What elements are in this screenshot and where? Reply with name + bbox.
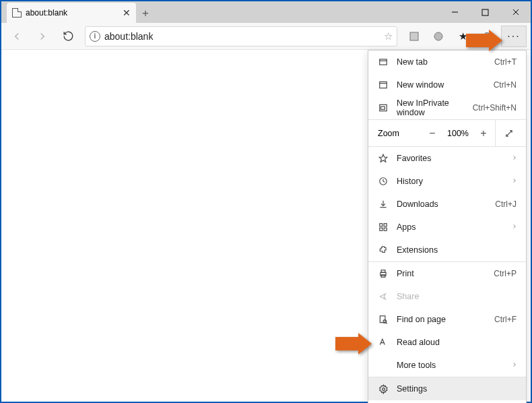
svg-line-27: [386, 323, 387, 324]
menu-label: Apps: [397, 222, 517, 232]
svg-rect-1: [482, 9, 488, 16]
share-icon: [378, 291, 389, 302]
menu-label: Downloads: [397, 199, 487, 209]
new-tab-icon: [378, 57, 389, 67]
menu-shortcut: Ctrl+N: [494, 80, 517, 90]
history-icon: [378, 176, 389, 187]
svg-rect-9: [380, 82, 387, 88]
menu-label: New tab: [397, 57, 486, 67]
print-icon: [378, 268, 389, 279]
settings-gear-icon: [378, 383, 389, 394]
back-button[interactable]: [5, 26, 28, 47]
menu-history[interactable]: History: [368, 170, 526, 193]
favorites-icon[interactable]: ★: [451, 26, 474, 47]
tab-close-icon[interactable]: ✕: [123, 7, 131, 18]
menu-zoom: Zoom − 100% +: [368, 120, 526, 147]
favorite-star-icon[interactable]: ☆: [384, 30, 393, 42]
menu-help[interactable]: Help and feedback: [368, 400, 526, 403]
menu-favorites[interactable]: Favorites: [368, 147, 526, 170]
toolbar: i about:blank ☆ ★ ···: [1, 23, 531, 50]
svg-rect-18: [380, 224, 383, 226]
menu-settings[interactable]: Settings: [368, 377, 526, 400]
profile-icon[interactable]: [475, 26, 498, 47]
minimize-button[interactable]: [440, 1, 470, 23]
menu-new-window[interactable]: New window Ctrl+N: [368, 73, 526, 96]
new-tab-button[interactable]: +: [136, 4, 155, 23]
svg-line-13: [506, 130, 511, 135]
favorites-star-icon: [378, 153, 389, 164]
menu-apps[interactable]: Apps: [368, 216, 526, 239]
chevron-right-icon: [511, 361, 518, 370]
menu-more-tools[interactable]: More tools: [368, 354, 526, 377]
menu-shortcut: Ctrl+T: [494, 57, 517, 67]
fullscreen-button[interactable]: [495, 120, 522, 146]
menu-read-aloud[interactable]: Read aloud: [368, 331, 526, 354]
browser-tab[interactable]: about:blank ✕: [7, 3, 136, 23]
url-text: about:blank: [104, 31, 380, 42]
menu-shortcut: Ctrl+F: [494, 315, 517, 324]
extension-icon-1[interactable]: [403, 26, 426, 47]
svg-marker-14: [379, 154, 387, 162]
page-icon: [12, 8, 22, 18]
menu-label: History: [397, 177, 517, 186]
close-window-button[interactable]: [500, 1, 531, 23]
forward-button[interactable]: [31, 26, 54, 47]
svg-point-5: [434, 32, 442, 40]
read-aloud-icon: [378, 337, 389, 348]
menu-new-tab[interactable]: New tab Ctrl+T: [368, 51, 526, 73]
svg-rect-23: [381, 270, 385, 273]
svg-rect-20: [380, 228, 383, 230]
zoom-out-button[interactable]: −: [421, 127, 444, 140]
svg-rect-19: [384, 224, 387, 226]
address-bar[interactable]: i about:blank ☆: [85, 26, 397, 46]
zoom-label: Zoom: [368, 129, 421, 138]
menu-extensions[interactable]: Extensions: [368, 239, 526, 261]
menu-downloads[interactable]: Downloads Ctrl+J: [368, 193, 526, 216]
chevron-right-icon: [511, 222, 518, 232]
chevron-right-icon: [511, 154, 518, 163]
menu-label: New InPrivate window: [397, 98, 465, 117]
menu-label: Favorites: [397, 154, 517, 163]
info-icon[interactable]: i: [90, 31, 100, 42]
menu-shortcut: Ctrl+Shift+N: [473, 103, 517, 113]
svg-rect-25: [380, 316, 385, 323]
menu-label: New window: [397, 80, 486, 90]
menu-label: Extensions: [397, 245, 517, 255]
menu-label: Print: [397, 269, 486, 278]
svg-rect-7: [380, 59, 387, 65]
menu-print[interactable]: Print Ctrl+P: [368, 262, 526, 285]
menu-find[interactable]: Find on page Ctrl+F: [368, 308, 526, 331]
find-icon: [378, 314, 389, 325]
settings-and-more-button[interactable]: ···: [501, 26, 527, 47]
menu-label: Settings: [397, 384, 517, 394]
spacer-icon: [378, 360, 389, 371]
zoom-in-button[interactable]: +: [472, 127, 495, 140]
svg-rect-4: [410, 32, 418, 40]
extension-icons: ★: [403, 26, 498, 47]
extensions-icon: [378, 245, 389, 255]
chevron-right-icon: [511, 177, 518, 186]
apps-icon: [378, 222, 389, 232]
page-content: New tab Ctrl+T New window Ctrl+N New InP…: [1, 50, 531, 402]
settings-menu: New tab Ctrl+T New window Ctrl+N New InP…: [368, 50, 527, 403]
annotation-arrow-settings: [335, 333, 372, 354]
maximize-button[interactable]: [470, 1, 500, 23]
svg-marker-31: [335, 333, 372, 354]
extension-icon-2[interactable]: [427, 26, 450, 47]
window-controls: [440, 1, 531, 23]
zoom-value: 100%: [444, 129, 472, 138]
menu-label: Read aloud: [397, 338, 517, 347]
new-window-icon: [378, 80, 389, 90]
menu-label: More tools: [397, 361, 517, 370]
menu-divider: [368, 119, 526, 120]
menu-label: Share: [397, 292, 517, 301]
edge-window: about:blank ✕ + i about:blank ☆ ★ ···: [1, 1, 531, 402]
tab-title: about:blank: [26, 8, 119, 18]
menu-shortcut: Ctrl+J: [495, 199, 517, 209]
refresh-button[interactable]: [57, 26, 79, 47]
downloads-icon: [378, 199, 389, 210]
menu-share: Share: [368, 285, 526, 308]
menu-inprivate[interactable]: New InPrivate window Ctrl+Shift+N: [368, 96, 526, 119]
title-bar: about:blank ✕ +: [1, 1, 531, 23]
inprivate-icon: [378, 102, 389, 113]
